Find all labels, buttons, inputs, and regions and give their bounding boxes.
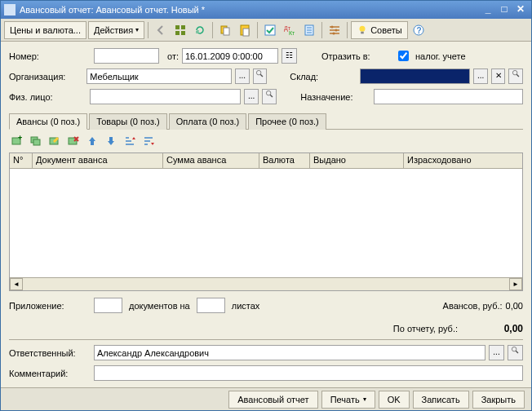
maximize-button[interactable]: □	[497, 3, 512, 16]
purpose-label: Назначение:	[300, 92, 370, 102]
warehouse-input[interactable]	[360, 68, 470, 84]
move-down-icon[interactable]	[103, 133, 119, 149]
window-title: Авансовый отчет: Авансовый отчет. Новый …	[20, 5, 479, 15]
col-spent[interactable]: Израсходовано	[404, 153, 522, 168]
add-row-icon[interactable]: +	[9, 133, 25, 149]
tab-goods[interactable]: Товары (0 поз.)	[89, 113, 166, 130]
svg-text:?: ?	[416, 26, 421, 35]
close-button[interactable]: ✕	[513, 3, 528, 16]
ok-button[interactable]: OK	[379, 391, 410, 409]
grid-toolbar: +	[9, 130, 523, 152]
person-open-button[interactable]	[262, 89, 277, 104]
advance-sum-label: Авансов, руб.:	[443, 301, 503, 311]
responsible-input[interactable]	[94, 345, 485, 360]
refresh-icon[interactable]	[191, 21, 209, 39]
report-icon[interactable]	[300, 21, 318, 39]
date-input[interactable]	[182, 48, 278, 64]
tax-checkbox[interactable]	[398, 51, 409, 61]
dtkt-icon[interactable]: ДтКт	[281, 21, 299, 39]
col-issued[interactable]: Выдано	[310, 153, 404, 168]
tab-advances[interactable]: Авансы (0 поз.)	[9, 113, 87, 130]
svg-line-23	[260, 74, 263, 77]
tab-payment[interactable]: Оплата (0 поз.)	[169, 113, 246, 130]
number-label: Номер:	[9, 51, 91, 61]
delete-row-icon[interactable]	[65, 133, 82, 149]
write-button[interactable]: Записать	[413, 391, 469, 409]
svg-point-22	[256, 70, 261, 75]
responsible-select-button[interactable]: ...	[489, 345, 504, 360]
edit-row-icon[interactable]	[47, 133, 63, 149]
move-up-icon[interactable]	[84, 133, 100, 149]
svg-point-26	[266, 91, 271, 95]
svg-point-17	[333, 32, 335, 34]
tax-label: налог. учете	[415, 51, 466, 61]
actions-menu[interactable]: Действия▾	[88, 21, 144, 39]
attach-docs-input[interactable]	[94, 298, 122, 313]
svg-rect-2	[175, 31, 180, 35]
col-sum[interactable]: Сумма аванса	[163, 153, 259, 168]
purpose-input[interactable]	[374, 89, 523, 104]
attach-sheets-input[interactable]	[197, 298, 225, 313]
print-button[interactable]: Печать▾	[321, 391, 375, 409]
copy-row-icon[interactable]	[28, 133, 44, 149]
copy-icon[interactable]	[216, 21, 234, 39]
post-icon[interactable]	[261, 21, 279, 39]
grid: N° Документ аванса Сумма аванса Валюта В…	[9, 152, 523, 291]
window: Авансовый отчет: Авансовый отчет. Новый …	[0, 0, 532, 411]
grid-header: N° Документ аванса Сумма аванса Валюта В…	[10, 153, 522, 169]
prices-currency-button[interactable]: Цены и валюта...	[4, 21, 86, 39]
person-select-button[interactable]: ...	[244, 89, 259, 104]
from-label: от:	[167, 51, 179, 61]
report-sum-value: 0,00	[474, 323, 523, 334]
svg-rect-3	[181, 31, 185, 35]
close-window-button[interactable]: Закрыть	[472, 391, 525, 409]
titlebar: Авансовый отчет: Авансовый отчет. Новый …	[1, 1, 531, 19]
advance-sum-value: 0,00	[506, 301, 523, 311]
nav-back-icon[interactable]	[152, 21, 170, 39]
scroll-right-icon[interactable]: ►	[509, 278, 522, 290]
svg-text:+: +	[18, 135, 22, 142]
responsible-open-button[interactable]	[508, 345, 523, 360]
attach-docs-label: документов на	[129, 301, 190, 311]
number-input[interactable]	[94, 48, 159, 64]
help-icon[interactable]: ?	[410, 21, 428, 39]
main-toolbar: Цены и валюта... Действия▾ ДтКт Советы ?	[1, 19, 531, 42]
svg-line-37	[516, 351, 518, 353]
settings-icon[interactable]	[326, 21, 344, 39]
advice-button[interactable]: Советы	[351, 21, 407, 39]
svg-point-24	[512, 70, 517, 75]
date-picker-button[interactable]: ☷	[282, 48, 297, 64]
col-currency[interactable]: Валюта	[259, 153, 310, 168]
warehouse-select-button[interactable]: ...	[473, 68, 488, 84]
comment-label: Комментарий:	[9, 369, 91, 378]
comment-input[interactable]	[94, 365, 523, 381]
svg-point-16	[335, 29, 338, 31]
warehouse-clear-button[interactable]: ✕	[491, 68, 506, 84]
report-form-button[interactable]: Авансовый отчет	[228, 391, 317, 409]
org-open-button[interactable]	[253, 68, 268, 84]
col-doc[interactable]: Документ аванса	[33, 153, 163, 168]
reflect-label: Отразить в:	[321, 51, 395, 61]
minimize-button[interactable]: _	[481, 3, 495, 16]
report-sum-label: По отчету, руб.:	[393, 324, 458, 334]
org-select-button[interactable]: ...	[235, 68, 250, 84]
grid-hscroll[interactable]: ◄ ►	[10, 277, 522, 290]
svg-rect-31	[33, 139, 40, 145]
tabs: Авансы (0 поз.) Товары (0 поз.) Оплата (…	[9, 113, 523, 130]
app-icon	[4, 4, 16, 15]
svg-rect-7	[243, 29, 249, 36]
sort-desc-icon[interactable]	[140, 133, 157, 149]
person-input[interactable]	[90, 89, 241, 104]
structure-icon[interactable]	[171, 21, 189, 39]
warehouse-open-button[interactable]	[508, 68, 523, 84]
org-input[interactable]	[86, 68, 232, 84]
paste-icon[interactable]	[236, 21, 254, 39]
scroll-left-icon[interactable]: ◄	[10, 278, 23, 290]
person-label: Физ. лицо:	[9, 92, 86, 102]
warehouse-label: Склад:	[290, 72, 357, 82]
tab-other[interactable]: Прочее (0 поз.)	[248, 113, 326, 130]
col-num[interactable]: N°	[10, 153, 33, 168]
svg-rect-1	[181, 25, 185, 29]
sort-asc-icon[interactable]	[122, 133, 138, 149]
grid-body[interactable]	[10, 169, 522, 277]
